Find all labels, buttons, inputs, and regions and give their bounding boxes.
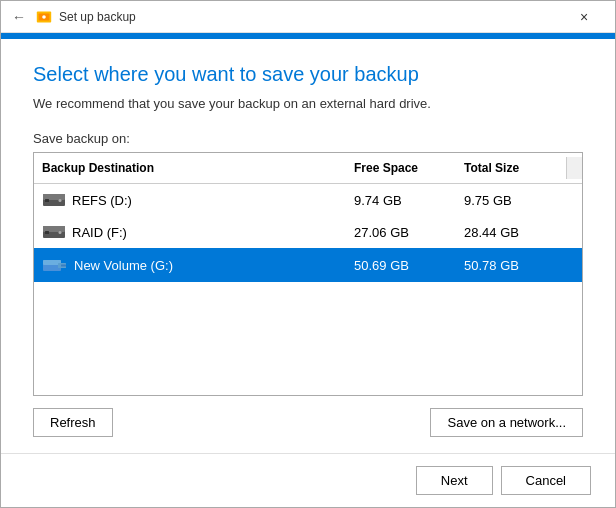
- refresh-button[interactable]: Refresh: [33, 408, 113, 437]
- close-button[interactable]: ×: [561, 1, 607, 33]
- row-free-space: 9.74 GB: [346, 189, 456, 212]
- row-total-size: 28.44 GB: [456, 221, 566, 244]
- svg-point-10: [59, 231, 62, 234]
- save-network-button[interactable]: Save on a network...: [430, 408, 583, 437]
- row-free-space: 50.69 GB: [346, 254, 456, 277]
- subtitle: We recommend that you save your backup o…: [33, 96, 583, 111]
- table-header: Backup Destination Free Space Total Size: [34, 153, 582, 184]
- row-total-size: 9.75 GB: [456, 189, 566, 212]
- row-destination: RAID (F:): [34, 220, 346, 244]
- hdd-icon: [42, 224, 66, 240]
- table-row[interactable]: RAID (F:) 27.06 GB 28.44 GB: [34, 216, 582, 248]
- table-body: REFS (D:) 9.74 GB 9.75 GB RAID (: [34, 184, 582, 395]
- table-row-selected[interactable]: New Volume (G:) 50.69 GB 50.78 GB: [34, 248, 582, 282]
- row-free-space: 27.06 GB: [346, 221, 456, 244]
- svg-point-6: [59, 199, 62, 202]
- back-button[interactable]: ←: [9, 7, 29, 27]
- title-bar-left: ← Set up backup: [9, 7, 561, 27]
- table-actions: Refresh Save on a network...: [33, 408, 583, 437]
- hdd-icon: [42, 192, 66, 208]
- svg-rect-5: [45, 199, 49, 202]
- usb-drive-icon: [42, 256, 68, 274]
- window: ← Set up backup × Select where you want …: [0, 0, 616, 508]
- title-bar: ← Set up backup ×: [1, 1, 615, 33]
- backup-icon: [35, 8, 53, 26]
- svg-point-2: [42, 15, 46, 19]
- svg-rect-9: [45, 231, 49, 234]
- svg-rect-14: [61, 265, 66, 267]
- page-title: Select where you want to save your backu…: [33, 63, 583, 86]
- row-destination: REFS (D:): [34, 188, 346, 212]
- col-destination: Backup Destination: [34, 157, 346, 179]
- next-button[interactable]: Next: [416, 466, 493, 495]
- table-row[interactable]: REFS (D:) 9.74 GB 9.75 GB: [34, 184, 582, 216]
- col-total-size: Total Size: [456, 157, 566, 179]
- row-destination: New Volume (G:): [34, 252, 346, 278]
- save-label: Save backup on:: [33, 131, 583, 146]
- scrollbar-header: [566, 157, 583, 179]
- content-area: Select where you want to save your backu…: [1, 39, 615, 453]
- cancel-button[interactable]: Cancel: [501, 466, 591, 495]
- col-free-space: Free Space: [346, 157, 456, 179]
- footer: Next Cancel: [1, 453, 615, 507]
- row-total-size: 50.78 GB: [456, 254, 566, 277]
- window-title: Set up backup: [59, 10, 136, 24]
- backup-destination-table: Backup Destination Free Space Total Size: [33, 152, 583, 396]
